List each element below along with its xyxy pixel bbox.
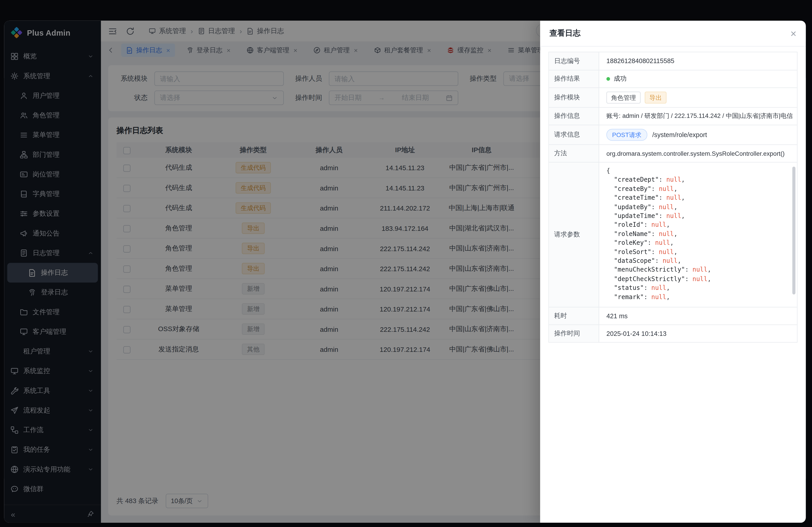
detail-value-module: 角色管理 导出 [599, 88, 797, 107]
action-tag: 导出 [644, 91, 666, 104]
detail-value-result: 成功 [599, 70, 797, 88]
detail-label-log-id: 日志编号 [549, 52, 599, 70]
post-method-tag: POST请求 [607, 129, 647, 141]
app-window: Plus Admin 概览 系统管理 用户管理 角色管理 菜单管理 部门管理 岗… [4, 21, 806, 523]
request-params-code[interactable]: { "createDept": null, "createBy": null, … [599, 162, 797, 307]
detail-value-method: org.dromara.system.controller.system.Sys… [599, 145, 797, 162]
detail-label-params: 请求参数 [549, 162, 599, 307]
detail-label-module: 操作模块 [549, 88, 599, 107]
json-code-block: { "createDept": null, "createBy": null, … [607, 167, 788, 302]
detail-label-cost: 耗时 [549, 307, 599, 325]
detail-value-info: 账号: admin / 研发部门 / 222.175.114.242 / 中国|… [599, 107, 797, 125]
detail-label-time: 操作时间 [549, 325, 599, 342]
detail-value-time: 2025-01-24 10:14:13 [599, 325, 797, 342]
detail-label-request: 请求信息 [549, 125, 599, 144]
view-log-drawer: 查看日志 × 日志编号 1882612840802115585 操作结果 成功 … [540, 21, 806, 523]
request-url: /system/role/export [652, 131, 707, 138]
drawer-header: 查看日志 × [540, 21, 806, 47]
detail-label-method: 方法 [549, 145, 599, 162]
detail-label-result: 操作结果 [549, 70, 599, 88]
log-detail-table: 日志编号 1882612840802115585 操作结果 成功 操作模块 角色… [548, 52, 797, 343]
close-icon[interactable]: × [791, 28, 796, 39]
detail-value-cost: 421 ms [599, 307, 797, 325]
detail-value-request: POST请求 /system/role/export [599, 125, 797, 144]
code-scrollbar[interactable] [792, 167, 796, 303]
drawer-title: 查看日志 [549, 28, 581, 38]
detail-label-info: 操作信息 [549, 107, 599, 125]
drawer-body: 日志编号 1882612840802115585 操作结果 成功 操作模块 角色… [540, 47, 806, 348]
screen: Plus Admin 概览 系统管理 用户管理 角色管理 菜单管理 部门管理 岗… [0, 0, 812, 527]
code-scrollbar-thumb[interactable] [792, 167, 796, 295]
success-dot [607, 77, 610, 81]
detail-value-log-id: 1882612840802115585 [599, 52, 797, 70]
module-tag: 角色管理 [607, 91, 641, 104]
